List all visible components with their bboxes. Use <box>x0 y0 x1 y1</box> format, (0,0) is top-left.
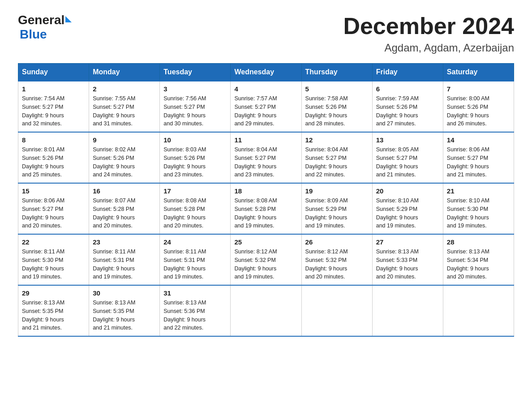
day-number: 12 <box>305 136 369 144</box>
day-info: Sunrise: 8:11 AMSunset: 5:30 PMDaylight:… <box>22 248 85 281</box>
logo-triangle-icon <box>65 16 72 22</box>
day-info: Sunrise: 7:57 AMSunset: 5:27 PMDaylight:… <box>234 94 297 128</box>
calendar-week-row: 8Sunrise: 8:01 AMSunset: 5:26 PMDaylight… <box>18 132 514 183</box>
day-info: Sunrise: 8:12 AMSunset: 5:32 PMDaylight:… <box>234 248 297 281</box>
day-number: 15 <box>22 187 85 195</box>
calendar-cell: 20Sunrise: 8:10 AMSunset: 5:29 PMDayligh… <box>372 183 443 234</box>
day-number: 27 <box>376 238 439 246</box>
location-title: Agdam, Agdam, Azerbaijan <box>343 42 514 54</box>
day-number: 30 <box>93 289 156 297</box>
day-info: Sunrise: 8:12 AMSunset: 5:32 PMDaylight:… <box>305 248 369 281</box>
logo-blue-text: Blue <box>20 27 47 41</box>
day-info: Sunrise: 7:59 AMSunset: 5:26 PMDaylight:… <box>376 94 439 128</box>
day-number: 13 <box>376 136 439 144</box>
day-info: Sunrise: 8:13 AMSunset: 5:35 PMDaylight:… <box>93 299 156 332</box>
day-number: 5 <box>305 85 369 93</box>
day-info: Sunrise: 8:03 AMSunset: 5:26 PMDaylight:… <box>163 146 227 179</box>
day-number: 10 <box>163 136 227 144</box>
day-info: Sunrise: 8:06 AMSunset: 5:27 PMDaylight:… <box>447 146 510 179</box>
day-info: Sunrise: 8:08 AMSunset: 5:28 PMDaylight:… <box>163 197 227 230</box>
day-number: 28 <box>447 238 510 246</box>
calendar-header-saturday: Saturday <box>443 64 514 81</box>
calendar-header-monday: Monday <box>89 64 160 81</box>
day-info: Sunrise: 8:08 AMSunset: 5:28 PMDaylight:… <box>234 197 297 230</box>
calendar-cell: 16Sunrise: 8:07 AMSunset: 5:28 PMDayligh… <box>89 183 160 234</box>
day-number: 24 <box>163 238 227 246</box>
calendar-header-row: SundayMondayTuesdayWednesdayThursdayFrid… <box>18 64 514 81</box>
day-number: 4 <box>234 85 297 93</box>
calendar-cell: 4Sunrise: 7:57 AMSunset: 5:27 PMDaylight… <box>231 81 301 132</box>
calendar-cell: 19Sunrise: 8:09 AMSunset: 5:29 PMDayligh… <box>301 183 372 234</box>
calendar-cell: 31Sunrise: 8:13 AMSunset: 5:36 PMDayligh… <box>160 285 231 336</box>
month-title: December 2024 <box>343 13 514 39</box>
calendar-cell: 1Sunrise: 7:54 AMSunset: 5:27 PMDaylight… <box>18 81 89 132</box>
calendar-cell: 17Sunrise: 8:08 AMSunset: 5:28 PMDayligh… <box>160 183 231 234</box>
calendar-cell: 27Sunrise: 8:13 AMSunset: 5:33 PMDayligh… <box>372 234 443 285</box>
day-number: 19 <box>305 187 369 195</box>
calendar-cell: 3Sunrise: 7:56 AMSunset: 5:27 PMDaylight… <box>160 81 231 132</box>
day-number: 20 <box>376 187 439 195</box>
calendar-cell <box>443 285 514 336</box>
day-info: Sunrise: 8:00 AMSunset: 5:26 PMDaylight:… <box>447 94 510 128</box>
day-info: Sunrise: 8:06 AMSunset: 5:27 PMDaylight:… <box>22 197 85 230</box>
calendar-cell: 28Sunrise: 8:13 AMSunset: 5:34 PMDayligh… <box>443 234 514 285</box>
calendar-cell: 21Sunrise: 8:10 AMSunset: 5:30 PMDayligh… <box>443 183 514 234</box>
day-info: Sunrise: 8:04 AMSunset: 5:27 PMDaylight:… <box>305 146 369 179</box>
logo-general-text: General <box>18 13 64 27</box>
calendar-cell: 15Sunrise: 8:06 AMSunset: 5:27 PMDayligh… <box>18 183 89 234</box>
day-number: 21 <box>447 187 510 195</box>
day-info: Sunrise: 8:02 AMSunset: 5:26 PMDaylight:… <box>93 146 156 179</box>
logo: General Blue <box>18 13 72 42</box>
day-info: Sunrise: 8:13 AMSunset: 5:33 PMDaylight:… <box>376 248 439 281</box>
calendar-cell: 29Sunrise: 8:13 AMSunset: 5:35 PMDayligh… <box>18 285 89 336</box>
day-number: 17 <box>163 187 227 195</box>
calendar-cell <box>301 285 372 336</box>
calendar-header-wednesday: Wednesday <box>231 64 301 81</box>
day-info: Sunrise: 8:10 AMSunset: 5:30 PMDaylight:… <box>447 197 510 230</box>
calendar-week-row: 1Sunrise: 7:54 AMSunset: 5:27 PMDaylight… <box>18 81 514 132</box>
calendar-cell: 18Sunrise: 8:08 AMSunset: 5:28 PMDayligh… <box>231 183 301 234</box>
calendar-cell: 2Sunrise: 7:55 AMSunset: 5:27 PMDaylight… <box>89 81 160 132</box>
calendar-header-tuesday: Tuesday <box>160 64 231 81</box>
day-info: Sunrise: 7:54 AMSunset: 5:27 PMDaylight:… <box>22 94 85 128</box>
day-number: 18 <box>234 187 297 195</box>
calendar-table: SundayMondayTuesdayWednesdayThursdayFrid… <box>18 63 514 337</box>
calendar-cell: 22Sunrise: 8:11 AMSunset: 5:30 PMDayligh… <box>18 234 89 285</box>
day-number: 11 <box>234 136 297 144</box>
calendar-cell: 12Sunrise: 8:04 AMSunset: 5:27 PMDayligh… <box>301 132 372 183</box>
title-area: December 2024 Agdam, Agdam, Azerbaijan <box>343 13 514 54</box>
day-number: 8 <box>22 136 85 144</box>
day-info: Sunrise: 8:13 AMSunset: 5:35 PMDaylight:… <box>22 299 85 332</box>
day-number: 29 <box>22 289 85 297</box>
day-info: Sunrise: 8:13 AMSunset: 5:36 PMDaylight:… <box>163 299 227 332</box>
day-number: 7 <box>447 85 510 93</box>
day-info: Sunrise: 8:07 AMSunset: 5:28 PMDaylight:… <box>93 197 156 230</box>
day-number: 9 <box>93 136 156 144</box>
header: General Blue December 2024 Agdam, Agdam,… <box>18 13 514 54</box>
calendar-week-row: 15Sunrise: 8:06 AMSunset: 5:27 PMDayligh… <box>18 183 514 234</box>
calendar-cell: 30Sunrise: 8:13 AMSunset: 5:35 PMDayligh… <box>89 285 160 336</box>
day-info: Sunrise: 7:58 AMSunset: 5:26 PMDaylight:… <box>305 94 369 128</box>
calendar-header-sunday: Sunday <box>18 64 89 81</box>
calendar-header-friday: Friday <box>372 64 443 81</box>
calendar-cell: 13Sunrise: 8:05 AMSunset: 5:27 PMDayligh… <box>372 132 443 183</box>
day-info: Sunrise: 8:09 AMSunset: 5:29 PMDaylight:… <box>305 197 369 230</box>
calendar-cell <box>231 285 301 336</box>
day-number: 31 <box>163 289 227 297</box>
day-number: 25 <box>234 238 297 246</box>
calendar-week-row: 22Sunrise: 8:11 AMSunset: 5:30 PMDayligh… <box>18 234 514 285</box>
day-number: 26 <box>305 238 369 246</box>
day-number: 14 <box>447 136 510 144</box>
day-number: 16 <box>93 187 156 195</box>
calendar-cell: 10Sunrise: 8:03 AMSunset: 5:26 PMDayligh… <box>160 132 231 183</box>
day-number: 22 <box>22 238 85 246</box>
day-number: 6 <box>376 85 439 93</box>
day-info: Sunrise: 8:11 AMSunset: 5:31 PMDaylight:… <box>93 248 156 281</box>
calendar-cell: 7Sunrise: 8:00 AMSunset: 5:26 PMDaylight… <box>443 81 514 132</box>
day-number: 2 <box>93 85 156 93</box>
calendar-cell: 6Sunrise: 7:59 AMSunset: 5:26 PMDaylight… <box>372 81 443 132</box>
calendar-cell: 11Sunrise: 8:04 AMSunset: 5:27 PMDayligh… <box>231 132 301 183</box>
calendar-week-row: 29Sunrise: 8:13 AMSunset: 5:35 PMDayligh… <box>18 285 514 336</box>
calendar-cell: 23Sunrise: 8:11 AMSunset: 5:31 PMDayligh… <box>89 234 160 285</box>
calendar-cell: 25Sunrise: 8:12 AMSunset: 5:32 PMDayligh… <box>231 234 301 285</box>
